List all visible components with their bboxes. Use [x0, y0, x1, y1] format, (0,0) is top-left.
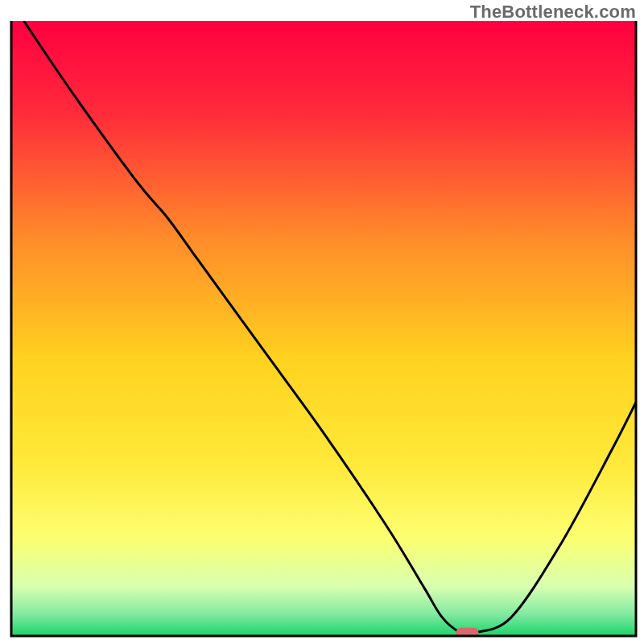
plot-area [11, 21, 636, 638]
chart-canvas [0, 0, 644, 644]
watermark-text: TheBottleneck.com [470, 2, 636, 23]
chart-stage: TheBottleneck.com [0, 0, 644, 644]
gradient-background [11, 21, 636, 636]
